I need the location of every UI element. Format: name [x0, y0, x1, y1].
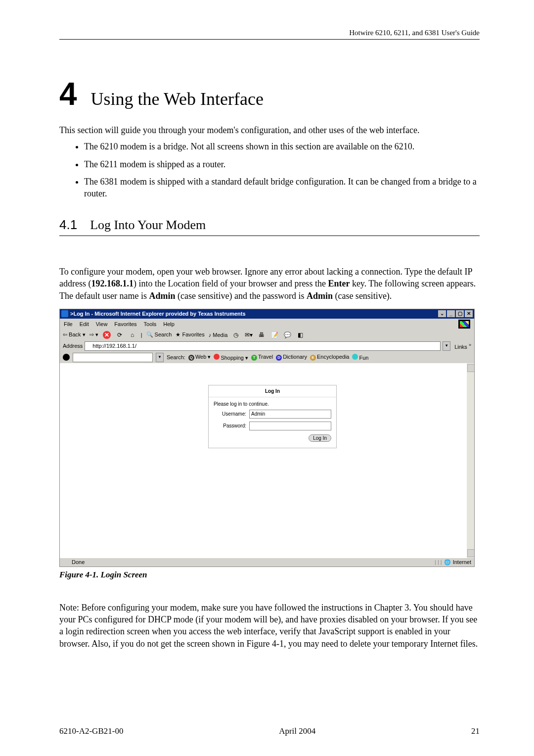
toolbar: ⇦ Back ▾ ⇨ ▾ ✕ ⟳ ⌂ | 🔍 Search ★ Favorite…	[60, 330, 474, 340]
section-paragraph: To configure your modem, open your web b…	[59, 266, 480, 302]
provider-logo-icon[interactable]: ◐▾	[63, 354, 70, 361]
username-label: Username:	[214, 411, 246, 417]
toolbar-separator: |	[141, 332, 142, 338]
username-default: Admin	[149, 291, 175, 301]
links-label[interactable]: Links »	[454, 342, 471, 350]
status-text: Done	[72, 559, 85, 565]
minimize-button[interactable]: _	[447, 310, 455, 317]
menu-file[interactable]: File	[64, 321, 73, 327]
menu-favorites[interactable]: Favorites	[114, 321, 136, 327]
password-label: Password:	[214, 423, 246, 428]
login-prompt: Please log in to continue.	[214, 401, 331, 407]
media-button[interactable]: ♪ Media	[209, 332, 228, 338]
section-title: Log Into Your Modem	[90, 218, 206, 233]
print-button[interactable]: 🖶	[257, 331, 266, 339]
home-button[interactable]: ⌂	[128, 331, 137, 339]
menu-bar: File Edit View Favorites Tools Help	[60, 319, 474, 330]
password-default: Admin	[307, 291, 333, 301]
scroll-up-icon[interactable]	[467, 364, 474, 372]
address-value: http://192.168.1.1/	[92, 343, 136, 349]
internet-zone-label: Internet	[453, 559, 471, 565]
chip-fun[interactable]: Fun	[352, 354, 368, 361]
chapter-number: 4	[59, 78, 77, 110]
address-bar: Address http://192.168.1.1/ ▼ Links »	[60, 340, 474, 352]
address-dropdown[interactable]: ▼	[443, 341, 450, 351]
browser-viewport: Log In Please log in to continue. Userna…	[60, 363, 474, 558]
caption-buttons: ⌄ _ ▢ ✕	[438, 310, 473, 317]
login-heading: Log In	[209, 385, 336, 397]
menu-edit[interactable]: Edit	[80, 321, 89, 327]
back-button[interactable]: ⇦ Back ▾	[63, 331, 86, 338]
stop-button[interactable]: ✕	[102, 331, 111, 339]
search-button[interactable]: 🔍 Search	[146, 331, 172, 338]
ie-icon	[61, 310, 68, 317]
chip-travel[interactable]: TTravel	[251, 354, 273, 361]
figure-caption: Figure 4-1. Login Screen	[59, 570, 480, 580]
internet-zone-icon: 🌐	[444, 559, 451, 566]
refresh-button[interactable]: ⟳	[115, 331, 124, 339]
running-header: Hotwire 6210, 6211, and 6381 User's Guid…	[59, 29, 480, 40]
login-button[interactable]: Log In	[309, 434, 331, 442]
companion-search-input[interactable]	[73, 353, 153, 362]
menu-help[interactable]: Help	[163, 321, 175, 327]
history-button[interactable]: ◷	[231, 331, 240, 339]
page-icon	[87, 343, 92, 349]
bullet-list: The 6210 modem is a bridge. Not all scre…	[59, 141, 480, 199]
username-input[interactable]: Admin	[249, 410, 331, 419]
mail-button[interactable]: ✉▾	[244, 331, 253, 339]
scroll-down-icon[interactable]	[467, 549, 474, 557]
chapter-title: Using the Web Interface	[91, 89, 264, 109]
edit-button[interactable]: 📝	[270, 331, 279, 339]
note-paragraph: Note: Before configuring your modem, mak…	[59, 602, 480, 650]
password-input[interactable]	[249, 422, 331, 430]
bullet-item: The 6211 modem is shipped as a router.	[84, 159, 480, 170]
chip-encyclopedia[interactable]: EEncyclopedia	[310, 354, 349, 361]
vertical-scrollbar[interactable]	[467, 363, 474, 558]
favorites-button[interactable]: ★ Favorites	[176, 331, 204, 338]
bullet-item: The 6210 modem is a bridge. Not all scre…	[84, 141, 480, 152]
footer-center: April 2004	[123, 726, 471, 736]
enter-key: Enter	[328, 279, 350, 288]
chip-web[interactable]: QWeb ▾	[188, 354, 211, 361]
status-page-icon	[63, 559, 69, 565]
related-button[interactable]: ◧	[296, 331, 305, 339]
chip-shopping[interactable]: Shopping ▾	[214, 354, 248, 361]
text: (case sensitive).	[333, 291, 392, 301]
text: (case sensitive) and the password is	[175, 291, 306, 301]
address-input[interactable]: http://192.168.1.1/	[85, 341, 441, 351]
discuss-button[interactable]: 💬	[283, 331, 292, 339]
page-footer: 6210-A2-GB21-00 April 2004 21	[59, 726, 480, 736]
forward-button[interactable]: ⇨ ▾	[89, 331, 98, 338]
window-titlebar: >Log In - Microsoft Internet Explorer pr…	[60, 309, 474, 319]
text: ) into the Location field of your browse…	[134, 279, 328, 288]
status-bar: Done | | | 🌐 Internet	[60, 558, 474, 567]
ip-address: 192.168.1.1	[91, 279, 134, 288]
search-companion-bar: ◐▾ ▼ Search: QWeb ▾ Shopping ▾ TTravel D…	[60, 352, 474, 363]
windows-flag-icon	[458, 320, 470, 329]
section-number: 4.1	[59, 217, 77, 233]
close-button[interactable]: ✕	[465, 310, 473, 317]
caption-extra[interactable]: ⌄	[438, 310, 446, 317]
menu-tools[interactable]: Tools	[144, 321, 157, 327]
chip-dictionary[interactable]: DDictionary	[276, 354, 307, 361]
bullet-item: The 6381 modem is shipped with a standar…	[84, 176, 480, 199]
login-panel: Log In Please log in to continue. Userna…	[208, 385, 337, 448]
login-screenshot-figure: >Log In - Microsoft Internet Explorer pr…	[59, 309, 475, 567]
menu-view[interactable]: View	[96, 321, 108, 327]
address-label: Address	[63, 343, 83, 349]
window-title: >Log In - Microsoft Internet Explorer pr…	[70, 311, 438, 317]
footer-right: 21	[471, 726, 480, 736]
maximize-button[interactable]: ▢	[456, 310, 464, 317]
companion-search-label: Search:	[167, 354, 185, 360]
footer-left: 6210-A2-GB21-00	[59, 726, 123, 736]
companion-dropdown[interactable]: ▼	[156, 353, 164, 362]
intro-paragraph: This section will guide you through your…	[59, 125, 480, 136]
zone-separator: | | |	[435, 559, 442, 565]
